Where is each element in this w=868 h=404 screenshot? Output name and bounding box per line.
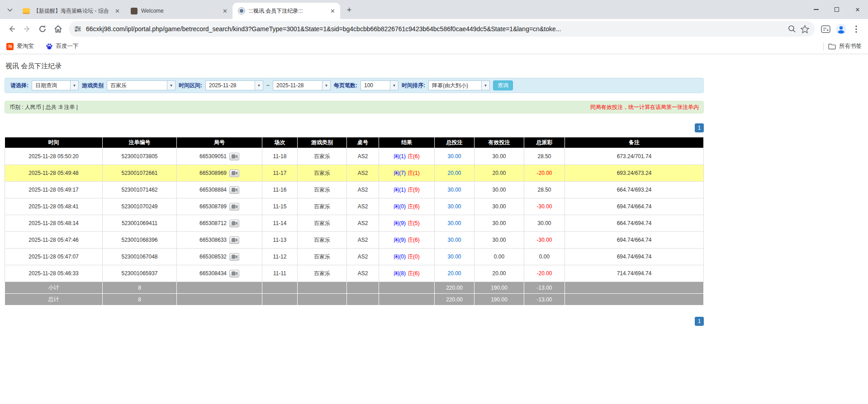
video-replay-icon[interactable]: [229, 169, 239, 177]
tune-icon[interactable]: [74, 25, 81, 33]
maximize-button[interactable]: [826, 0, 847, 19]
cell-valid-bet: 30.00: [474, 148, 524, 165]
footer-empty: [565, 282, 704, 294]
cell-total-bet[interactable]: 30.00: [435, 182, 474, 198]
browser-menu-icon[interactable]: [849, 22, 863, 36]
bookmarks-bar: 淘 爱淘宝 百度一下 所有书签: [0, 39, 868, 54]
search-button[interactable]: 查询: [493, 80, 513, 90]
date-from-select[interactable]: 2025-11-28 ▼: [205, 80, 263, 90]
avatar: [835, 23, 847, 35]
page-title: 视讯 会员下注纪录: [5, 62, 704, 70]
cell-total-bet[interactable]: 20.00: [435, 165, 474, 182]
footer-valid-bet: 190.00: [474, 294, 524, 305]
cell-session: 11-17: [262, 165, 298, 182]
cell-valid-bet: 30.00: [474, 198, 524, 215]
result-player: 闲(9): [394, 220, 406, 226]
page-1-button[interactable]: 1: [695, 123, 704, 132]
tab-title: 【新提醒】海燕策略论坛 - 综合: [33, 7, 110, 15]
table-row: 2025-11-28 05:48:41523001070249665308789…: [5, 198, 704, 215]
video-replay-icon[interactable]: [229, 253, 239, 261]
tab-welcome[interactable]: Welcome ✕: [125, 3, 232, 19]
date-range-label: 时间区间:: [179, 82, 202, 89]
cell-session: 11-13: [262, 232, 298, 249]
video-replay-icon[interactable]: [229, 220, 239, 227]
zoom-icon[interactable]: [788, 25, 796, 33]
new-tab-button[interactable]: +: [343, 4, 356, 16]
cell-time: 2025-11-28 05:47:07: [5, 249, 103, 265]
cell-valid-bet: 30.00: [474, 215, 524, 232]
close-icon[interactable]: ✕: [329, 7, 337, 15]
query-type-select[interactable]: 日期查询 ▼: [32, 80, 79, 90]
result-banker: 庄(6): [408, 237, 420, 243]
table-header-row: 时间注单编号局号场次游戏类别桌号结果总投注有效投注总派彩备注: [5, 137, 704, 148]
footer-empty: [262, 282, 298, 294]
table-row: 2025-11-28 05:49:17523001071462665308884…: [5, 182, 704, 198]
currency-summary: 币别 : 人民币 | 总共 :8 注单 |: [9, 103, 78, 111]
cell-game-type: 百家乐: [298, 215, 347, 232]
cell-valid-bet: 0.00: [474, 249, 524, 265]
profile-avatar[interactable]: [834, 22, 848, 36]
footer-valid-bet: 190.00: [474, 282, 524, 294]
page-size-select[interactable]: 100 ▼: [360, 80, 398, 90]
bookmark-baidu[interactable]: 百度一下: [46, 42, 79, 50]
game-type-select[interactable]: 百家乐 ▼: [107, 80, 175, 90]
forward-button[interactable]: [20, 22, 34, 36]
cell-payout: 0.00: [524, 249, 565, 265]
page-1-button[interactable]: 1: [695, 317, 704, 326]
browser-toolbar: 66cxkj98.com/ipl/portal.php/game/betreco…: [0, 19, 868, 39]
cell-note: 664.74/693.24: [565, 182, 704, 198]
media-controls-icon[interactable]: [818, 22, 833, 36]
close-icon[interactable]: ✕: [221, 7, 229, 15]
all-bookmarks[interactable]: 所有书签: [828, 42, 862, 50]
tab-bet-records[interactable]: :::视讯 会员下注纪录::: ✕: [232, 3, 340, 19]
video-replay-icon[interactable]: [229, 270, 239, 277]
home-button[interactable]: [51, 22, 65, 36]
cell-payout: -30.00: [524, 232, 565, 249]
chevron-down-icon[interactable]: ▼: [167, 81, 175, 90]
cell-total-bet[interactable]: 30.00: [435, 249, 474, 265]
chevron-down-icon[interactable]: ▼: [322, 81, 330, 90]
tab-search-icon[interactable]: [4, 4, 16, 16]
bookmark-star-icon[interactable]: [801, 25, 809, 33]
sort-select[interactable]: 降幂(由大到小) ▼: [428, 80, 490, 90]
page-size-value: 100: [361, 81, 390, 90]
cell-session: 11-14: [262, 215, 298, 232]
back-button[interactable]: [5, 22, 19, 36]
reload-button[interactable]: [35, 22, 50, 36]
cell-total-bet[interactable]: 30.00: [435, 198, 474, 215]
date-from-value: 2025-11-28: [206, 81, 255, 90]
cell-game-type: 百家乐: [298, 265, 347, 282]
close-icon[interactable]: ✕: [114, 7, 121, 15]
close-button[interactable]: ✕: [847, 0, 868, 19]
result-player: 闲(1): [394, 153, 406, 160]
chevron-down-icon[interactable]: ▼: [390, 81, 398, 90]
result-player: 闲(7): [394, 170, 406, 176]
cell-total-bet[interactable]: 20.00: [435, 265, 474, 282]
result-banker: 庄(6): [408, 270, 420, 277]
video-replay-icon[interactable]: [229, 236, 239, 244]
video-replay-icon[interactable]: [229, 203, 239, 211]
chevron-down-icon[interactable]: ▼: [255, 81, 263, 90]
cell-total-bet[interactable]: 30.00: [435, 215, 474, 232]
cell-total-bet[interactable]: 30.00: [435, 148, 474, 165]
round-id: 665308532: [199, 254, 227, 260]
cell-round-id: 665308532: [177, 249, 262, 265]
url-bar[interactable]: 66cxkj98.com/ipl/portal.php/game/betreco…: [69, 21, 815, 37]
video-replay-icon[interactable]: [229, 186, 239, 194]
tab-forum[interactable]: 【新提醒】海燕策略论坛 - 综合 ✕: [17, 3, 125, 19]
date-to-select[interactable]: 2025-11-28 ▼: [273, 80, 331, 90]
bookmark-aitaobao[interactable]: 淘 爱淘宝: [6, 42, 34, 50]
pagination-bottom: 1: [5, 317, 704, 326]
video-replay-icon[interactable]: [229, 153, 239, 160]
filter-bar: 请选择: 日期查询 ▼ 游戏类别 百家乐 ▼ 时间区间: 2025-11-28 …: [5, 78, 704, 93]
sort-label: 时间排序:: [402, 82, 425, 89]
footer-empty: [379, 294, 435, 305]
cell-total-bet[interactable]: 30.00: [435, 232, 474, 249]
minimize-button[interactable]: [806, 0, 826, 19]
url-text[interactable]: 66cxkj98.com/ipl/portal.php/game/betreco…: [86, 25, 783, 33]
chevron-down-icon[interactable]: ▼: [70, 81, 78, 90]
table-body: 2025-11-28 05:50:20523001073805665309051…: [5, 148, 704, 305]
cell-table-no: AS2: [347, 249, 379, 265]
table-row: 2025-11-28 05:46:33523001065937665308434…: [5, 265, 704, 282]
chevron-down-icon[interactable]: ▼: [481, 81, 489, 90]
